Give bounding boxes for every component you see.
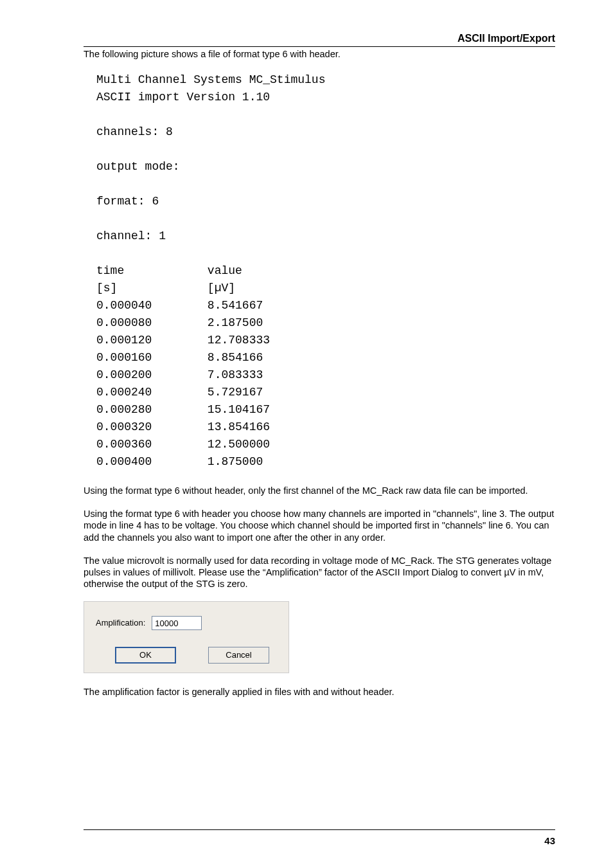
page-number: 43 [544, 835, 555, 847]
paragraph-2: Using the format type 6 with header you … [84, 508, 555, 543]
paragraph-4: The amplification factor is generally ap… [84, 686, 555, 698]
amplification-dialog: Amplification: OK Cancel [84, 601, 289, 673]
section-header: ASCII Import/Export [84, 32, 555, 46]
intro-text: The following picture shows a file of fo… [84, 48, 555, 60]
amplification-label: Amplification: [96, 618, 145, 628]
footer-rule [84, 829, 555, 830]
ok-button[interactable]: OK [115, 647, 176, 664]
paragraph-1: Using the format type 6 without header, … [84, 485, 555, 496]
ascii-file-preview: Multi Channel Systems MC_Stimulus ASCII … [96, 71, 555, 471]
paragraph-3: The value microvolt is normally used for… [84, 555, 555, 590]
header-rule [84, 46, 555, 47]
cancel-button[interactable]: Cancel [208, 647, 269, 664]
amplification-input[interactable] [152, 616, 202, 630]
